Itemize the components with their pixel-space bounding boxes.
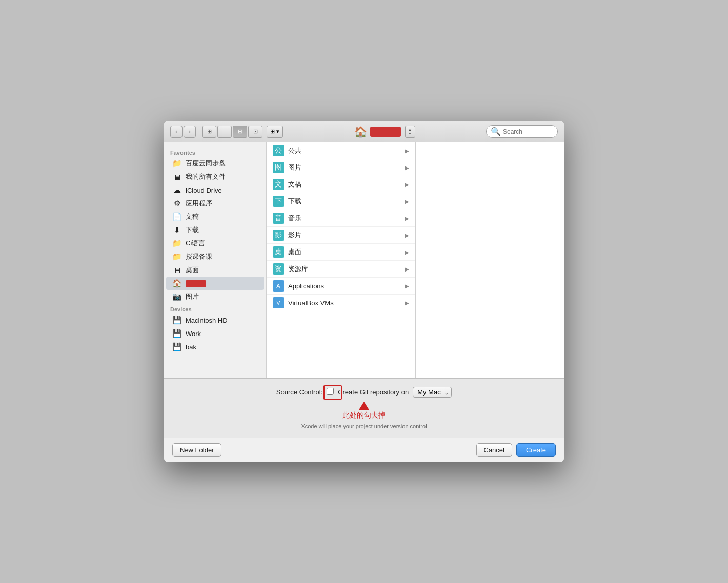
expand-arrow: ▶ xyxy=(405,148,409,154)
view-cover-button[interactable]: ⊡ xyxy=(248,126,262,138)
folder-icon: 下 xyxy=(273,196,284,207)
file-name: 文稿 xyxy=(288,180,401,189)
home-label-redacted xyxy=(186,280,206,287)
sidebar-item-lessons[interactable]: 📁 授课备课 xyxy=(166,250,264,263)
file-name: 桌面 xyxy=(288,247,401,257)
sidebar-item-applications[interactable]: ⚙ 应用程序 xyxy=(166,197,264,210)
sidebar-item-label: 应用程序 xyxy=(186,199,212,208)
folder-icon: 影 xyxy=(273,230,284,241)
create-button[interactable]: Create xyxy=(516,443,556,457)
camera-icon: 📷 xyxy=(172,292,181,301)
search-icon: 🔍 xyxy=(491,127,501,136)
folder-icon: 公 xyxy=(273,145,284,156)
git-label: Create Git repository on xyxy=(338,388,409,396)
save-dialog: ‹ › ⊞ ≡ ⊟ ⊡ ⊞ ▾ 🏠 ▲ ▼ 🔍 xyxy=(164,121,564,462)
sidebar-item-macintosh-hd[interactable]: 💾 Macintosh HD xyxy=(166,314,264,327)
expand-arrow: ▶ xyxy=(405,199,409,204)
doc-icon: 📄 xyxy=(172,212,181,221)
expand-arrow: ▶ xyxy=(405,249,409,255)
hint-text: Xcode will place your project under vers… xyxy=(301,423,427,429)
arrange-button[interactable]: ⊞ ▾ xyxy=(267,126,283,138)
search-input[interactable] xyxy=(503,128,553,135)
home-icon: 🏠 xyxy=(354,126,367,138)
sidebar-item-label: 百度云同步盘 xyxy=(186,159,226,168)
file-item[interactable]: 桌 桌面 ▶ xyxy=(267,244,415,261)
sidebar-item-label: Macintosh HD xyxy=(186,317,228,324)
forward-button[interactable]: › xyxy=(184,126,196,138)
back-button[interactable]: ‹ xyxy=(170,126,183,138)
folder-icon: 📁 xyxy=(172,252,181,261)
file-name: 影片 xyxy=(288,231,401,240)
download-icon: ⬇ xyxy=(172,225,181,235)
file-panel: 公 公共 ▶ 图 图片 ▶ 文 文稿 ▶ 下 下载 ▶ 音 音乐 xyxy=(267,142,416,378)
sidebar-item-desktop[interactable]: 🖥 桌面 xyxy=(166,263,264,277)
sidebar-item-downloads[interactable]: ⬇ 下载 xyxy=(166,223,264,237)
sidebar-item-label: iCloud Drive xyxy=(186,186,222,194)
cancel-button[interactable]: Cancel xyxy=(476,443,512,457)
view-list-button[interactable]: ≡ xyxy=(217,126,232,138)
folder-icon: V xyxy=(273,297,284,308)
file-item[interactable]: 下 下载 ▶ xyxy=(267,193,415,210)
file-item[interactable]: 资 资源库 ▶ xyxy=(267,261,415,278)
sidebar-item-icloud[interactable]: ☁ iCloud Drive xyxy=(166,183,264,197)
sidebar-item-label: Ci语言 xyxy=(186,239,205,248)
bottom-bar: New Folder Cancel Create xyxy=(164,438,564,462)
sidebar-item-work[interactable]: 💾 Work xyxy=(166,327,264,340)
source-control-row: Source Control: Create Git repository on… xyxy=(276,387,452,398)
file-item[interactable]: A Applications ▶ xyxy=(267,278,415,295)
sidebar-item-documents[interactable]: 📄 文稿 xyxy=(166,210,264,223)
expand-arrow: ▶ xyxy=(405,300,409,306)
drive-icon: 💾 xyxy=(172,316,181,325)
sidebar-item-label: 图片 xyxy=(186,292,199,301)
file-item[interactable]: 文 文稿 ▶ xyxy=(267,176,415,193)
devices-section-title: Devices xyxy=(164,303,266,314)
file-name: 图片 xyxy=(288,163,401,172)
file-item[interactable]: V VirtualBox VMs ▶ xyxy=(267,295,415,311)
new-folder-button[interactable]: New Folder xyxy=(172,443,221,457)
drive-icon: 💾 xyxy=(172,342,181,351)
location-stepper[interactable]: ▲ ▼ xyxy=(405,126,415,138)
file-name: 资源库 xyxy=(288,264,401,274)
view-buttons: ⊞ ≡ ⊟ ⊡ xyxy=(202,126,262,138)
folder-icon: 资 xyxy=(273,263,284,275)
arrange-icon: ⊞ xyxy=(270,128,275,135)
folder-icon: A xyxy=(273,280,284,292)
nav-buttons: ‹ › xyxy=(170,126,196,138)
expand-arrow: ▶ xyxy=(405,266,409,272)
drive-icon: 💾 xyxy=(172,329,181,338)
apps-icon: ⚙ xyxy=(172,199,181,208)
annotation-text: 此处的勾去掉 xyxy=(342,411,386,420)
view-icon-button[interactable]: ⊞ xyxy=(202,126,216,138)
file-item[interactable]: 影 影片 ▶ xyxy=(267,227,415,244)
file-name: 音乐 xyxy=(288,214,401,223)
sidebar-item-label: bak xyxy=(186,343,196,351)
red-arrow-icon xyxy=(359,402,369,410)
source-control-label: Source Control: xyxy=(276,388,322,396)
sidebar-item-ci[interactable]: 📁 Ci语言 xyxy=(166,237,264,250)
expand-arrow: ▶ xyxy=(405,182,409,188)
search-bar[interactable]: 🔍 xyxy=(486,125,558,138)
expand-arrow: ▶ xyxy=(405,165,409,171)
sidebar-item-label: 我的所有文件 xyxy=(186,172,226,181)
sidebar-item-home[interactable]: 🏠 xyxy=(166,277,264,290)
sidebar-item-label: 文稿 xyxy=(186,212,199,221)
file-item[interactable]: 音 音乐 ▶ xyxy=(267,210,415,227)
view-column-button[interactable]: ⊟ xyxy=(233,126,247,138)
file-name: 下载 xyxy=(288,197,401,206)
sidebar-item-bak[interactable]: 💾 bak xyxy=(166,340,264,353)
file-item[interactable]: 图 图片 ▶ xyxy=(267,159,415,176)
sidebar-item-label: Work xyxy=(186,330,201,338)
folder-icon: 📁 xyxy=(172,239,181,248)
location-bar: 🏠 ▲ ▼ xyxy=(287,126,482,138)
sidebar-item-baidu[interactable]: 📁 百度云同步盘 xyxy=(166,157,264,170)
folder-icon: 桌 xyxy=(273,246,284,258)
folder-icon: 📁 xyxy=(172,159,181,168)
location-content: 🏠 xyxy=(354,126,401,138)
expand-arrow: ▶ xyxy=(405,233,409,238)
git-checkbox[interactable] xyxy=(327,388,334,395)
sidebar-item-all-files[interactable]: 🖥 我的所有文件 xyxy=(166,170,264,183)
file-item[interactable]: 公 公共 ▶ xyxy=(267,142,415,159)
sidebar-item-photos[interactable]: 📷 图片 xyxy=(166,290,264,303)
checkbox-wrapper xyxy=(327,388,334,397)
mac-select[interactable]: My Mac xyxy=(413,387,452,398)
